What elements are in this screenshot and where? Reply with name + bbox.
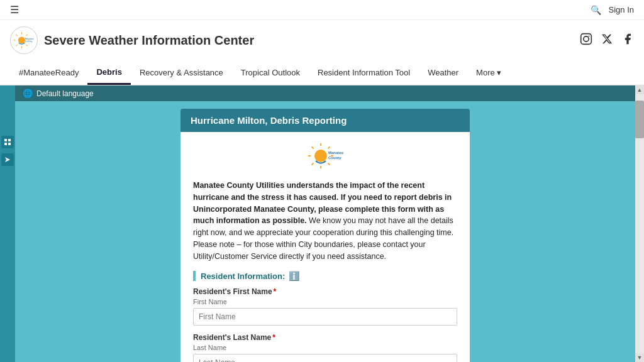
header: Manatee County Severe Weather Informatio… [0,20,644,60]
top-bar: ☰ 🔍 Sign In [0,0,644,20]
resident-info-label: Resident Information: [201,272,285,281]
svg-line-23 [312,147,314,149]
hamburger-icon[interactable]: ☰ [10,4,19,16]
svg-point-13 [589,35,590,36]
svg-line-7 [26,35,28,36]
svg-point-12 [584,36,589,41]
scroll-down-arrow[interactable]: ▼ [635,353,644,362]
nav-item-resident[interactable]: Resident Information Tool [309,60,419,85]
svg-line-25 [328,147,330,149]
form-body: Manatee County Manatee County Utilities … [180,132,470,362]
left-sidebar [0,85,15,362]
sidebar-tool-2[interactable] [1,153,14,166]
nav-item-manateeready[interactable]: #ManateeReady [10,60,87,85]
nav-item-tropical[interactable]: Tropical Outlook [232,60,309,85]
last-name-label: Resident's Last Name* [193,333,457,342]
sign-in-link[interactable]: Sign In [609,5,634,14]
search-icon[interactable]: 🔍 [591,5,601,15]
svg-text:County: County [25,40,32,43]
first-name-label: Resident's First Name* [193,287,457,296]
svg-point-0 [18,36,25,43]
scroll-up-arrow[interactable]: ▲ [635,85,644,94]
svg-rect-15 [8,139,11,141]
svg-rect-11 [581,33,592,44]
form-logo: Manatee County [193,142,457,172]
svg-text:Manatee: Manatee [328,151,344,155]
nav-item-weather[interactable]: Weather [419,60,467,85]
svg-rect-16 [4,143,7,145]
right-scrollbar: ▲ ▼ [635,85,644,362]
svg-line-5 [16,35,17,36]
svg-line-24 [328,163,330,165]
main-nav: #ManateeReady Debris Recovery & Assistan… [0,60,644,85]
main-wrapper: 🌐 Default language Hurricane Milton, Deb… [0,85,644,362]
scroll-thumb[interactable] [635,101,644,138]
facebook-icon[interactable] [621,33,634,48]
header-right [580,33,634,48]
svg-text:Manatee: Manatee [25,38,34,40]
info-circle-icon: ℹ️ [289,271,299,281]
last-name-hint: Last Name [193,344,457,351]
required-marker-2: * [272,333,275,342]
content-area: 🌐 Default language Hurricane Milton, Deb… [15,85,635,362]
svg-line-6 [26,45,28,46]
sidebar-tool-1[interactable] [1,136,14,148]
section-resident-header: Resident Information: ℹ️ [193,271,457,281]
site-title: Severe Weather Information Center [44,33,254,48]
instagram-icon[interactable] [580,33,592,48]
svg-rect-17 [8,143,11,145]
top-bar-right: 🔍 Sign In [591,5,634,15]
form-container: Hurricane Milton, Debris Reporting [180,109,470,362]
nav-item-more[interactable]: More ▾ [467,60,510,85]
top-bar-left: ☰ [10,4,19,16]
chevron-down-icon: ▾ [497,68,501,77]
logo: Manatee County [10,26,38,54]
form-header: Hurricane Milton, Debris Reporting [180,109,470,132]
svg-text:County: County [328,156,341,160]
language-bar[interactable]: 🌐 Default language [15,85,635,101]
county-logo: Manatee County [303,142,347,172]
svg-point-18 [314,150,327,162]
last-name-input[interactable] [193,354,457,362]
header-left: Manatee County Severe Weather Informatio… [10,26,254,54]
svg-rect-14 [4,139,7,141]
svg-line-26 [312,163,314,165]
first-name-group: Resident's First Name* First Name [193,287,457,326]
nav-item-recovery[interactable]: Recovery & Assistance [131,60,232,85]
required-marker: * [274,287,277,296]
first-name-input[interactable] [193,308,457,326]
x-twitter-icon[interactable] [601,33,613,48]
last-name-group: Resident's Last Name* Last Name [193,333,457,362]
svg-line-8 [16,45,17,46]
nav-item-debris[interactable]: Debris [87,60,130,85]
first-name-hint: First Name [193,298,457,305]
intro-text: Manatee County Utilities understands the… [193,180,457,262]
scroll-track [635,94,644,353]
language-label: Default language [36,89,94,98]
logo-svg: Manatee County [11,28,37,53]
globe-icon: 🌐 [23,89,33,98]
